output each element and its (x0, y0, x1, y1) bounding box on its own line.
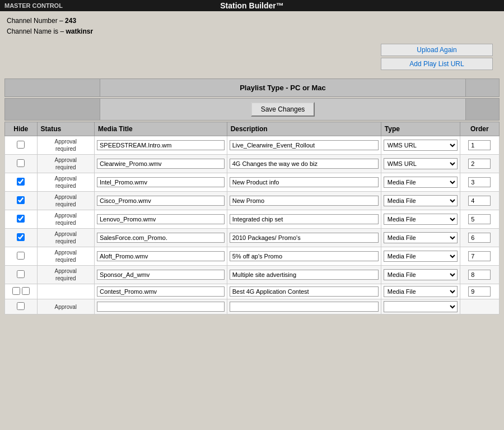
table-row: ApprovalrequiredWMS URLMedia FileFlashYo… (5, 136, 500, 155)
row-9-desc-input[interactable] (230, 302, 379, 312)
row-8-title-input[interactable] (97, 286, 225, 297)
row-1-desc-cell (227, 155, 381, 173)
upload-again-button[interactable]: Upload Again (381, 44, 493, 56)
playlist-type-title: Playlist Type - PC or Mac (100, 79, 465, 96)
row-8-order-cell (460, 284, 499, 299)
row-8-hide-checkbox-2[interactable] (22, 287, 30, 295)
table-row: ApprovalrequiredWMS URLMedia FileFlashYo… (5, 210, 500, 229)
row-6-desc-input[interactable] (230, 251, 379, 261)
row-5-order-input[interactable] (468, 233, 491, 243)
row-2-status: Approvalrequired (37, 173, 94, 192)
save-changes-button[interactable]: Save Changes (251, 102, 315, 117)
row-8-type-select[interactable]: WMS URLMedia FileFlashYouTube (384, 286, 458, 297)
row-4-type-select[interactable]: WMS URLMedia FileFlashYouTube (384, 214, 458, 225)
row-1-desc-input[interactable] (230, 159, 379, 169)
row-1-hide-checkbox[interactable] (17, 159, 25, 167)
row-3-hide-checkbox[interactable] (17, 196, 25, 204)
row-1-type-select[interactable]: WMS URLMedia FileFlashYouTube (384, 158, 458, 169)
header-order: Order (460, 122, 499, 136)
header-media-title: Media Title (94, 122, 227, 136)
channel-info: Channel Number – 243 Channel Name is – w… (0, 11, 504, 41)
row-8-hide-checkbox-1[interactable] (12, 287, 20, 295)
row-4-title-input[interactable] (97, 214, 225, 224)
header-description: Description (227, 122, 381, 136)
row-2-title-input[interactable] (97, 177, 225, 187)
header-left-spacer (5, 79, 100, 96)
row-2-hide-cell (5, 173, 38, 192)
row-3-desc-input[interactable] (230, 196, 379, 206)
add-playlist-url-button[interactable]: Add Play List URL (381, 58, 493, 70)
header-hide: Hide (5, 122, 38, 136)
row-1-order-input[interactable] (468, 159, 491, 169)
row-0-type-cell: WMS URLMedia FileFlashYouTube (381, 136, 460, 155)
row-0-hide-checkbox[interactable] (17, 141, 25, 149)
row-2-desc-input[interactable] (230, 177, 379, 187)
save-row: Save Changes (4, 98, 500, 121)
table-row: WMS URLMedia FileFlashYouTube (5, 284, 500, 299)
row-8-order-input[interactable] (468, 286, 491, 297)
row-3-title-input[interactable] (97, 196, 225, 206)
main-content: Playlist Type - PC or Mac Save Changes H… (0, 76, 504, 317)
row-1-title-input[interactable] (97, 159, 225, 169)
master-control-label: MASTER CONTROL (4, 2, 63, 9)
row-0-type-select[interactable]: WMS URLMedia FileFlashYouTube (384, 140, 458, 151)
row-3-type-cell: WMS URLMedia FileFlashYouTube (381, 192, 460, 210)
row-7-title-input[interactable] (97, 270, 225, 280)
row-2-order-input[interactable] (468, 177, 491, 187)
row-5-type-select[interactable]: WMS URLMedia FileFlashYouTube (384, 232, 458, 243)
row-0-order-input[interactable] (468, 140, 491, 150)
row-7-hide-checkbox[interactable] (17, 270, 25, 278)
channel-name-line: Channel Name is – watkinsr (7, 26, 497, 37)
title-bar: MASTER CONTROL Station Builder™ (0, 0, 504, 11)
row-9-type-select[interactable] (384, 301, 458, 312)
table-row: Approval (5, 299, 500, 315)
row-0-desc-input[interactable] (230, 140, 379, 150)
row-8-status (37, 284, 94, 299)
row-8-desc-input[interactable] (230, 286, 379, 297)
header-status: Status (37, 122, 94, 136)
row-8-type-cell: WMS URLMedia FileFlashYouTube (381, 284, 460, 299)
row-7-order-input[interactable] (468, 270, 491, 280)
row-2-hide-checkbox[interactable] (17, 178, 25, 186)
row-5-title-input[interactable] (97, 233, 225, 243)
row-7-desc-input[interactable] (230, 270, 379, 280)
channel-number-line: Channel Number – 243 (7, 16, 497, 26)
row-6-desc-cell (227, 247, 381, 266)
row-5-order-cell (460, 229, 499, 247)
row-9-title-input[interactable] (97, 302, 225, 312)
row-2-order-cell (460, 173, 499, 192)
table-row: ApprovalrequiredWMS URLMedia FileFlashYo… (5, 266, 500, 284)
playlist-type-header: Playlist Type - PC or Mac (4, 78, 500, 97)
row-4-hide-checkbox[interactable] (17, 215, 25, 223)
app: MASTER CONTROL Station Builder™ Channel … (0, 0, 504, 317)
row-0-title-cell (94, 136, 227, 155)
row-6-order-cell (460, 247, 499, 266)
row-6-title-input[interactable] (97, 251, 225, 261)
row-0-hide-cell (5, 136, 38, 155)
row-0-title-input[interactable] (97, 140, 225, 150)
row-4-title-cell (94, 210, 227, 229)
row-6-hide-checkbox[interactable] (17, 252, 25, 260)
row-7-type-select[interactable]: WMS URLMedia FileFlashYouTube (384, 269, 458, 280)
row-4-hide-cell (5, 210, 38, 229)
row-3-title-cell (94, 192, 227, 210)
row-5-desc-cell (227, 229, 381, 247)
row-2-type-select[interactable]: WMS URLMedia FileFlashYouTube (384, 177, 458, 188)
channel-number: 243 (65, 17, 76, 25)
row-2-title-cell (94, 173, 227, 192)
save-center: Save Changes (100, 99, 465, 120)
row-5-hide-checkbox[interactable] (17, 233, 25, 241)
row-3-hide-cell (5, 192, 38, 210)
row-7-status: Approvalrequired (37, 266, 94, 284)
row-6-order-input[interactable] (468, 251, 491, 261)
row-3-order-input[interactable] (468, 196, 491, 206)
row-3-type-select[interactable]: WMS URLMedia FileFlashYouTube (384, 195, 458, 206)
row-5-desc-input[interactable] (230, 233, 379, 243)
row-4-order-input[interactable] (468, 214, 491, 224)
upload-area: Upload Again Add Play List URL (0, 41, 504, 76)
row-9-hide-checkbox[interactable] (17, 302, 25, 310)
channel-number-label: Channel Number – (7, 17, 63, 25)
row-6-status: Approvalrequired (37, 247, 94, 266)
row-4-desc-input[interactable] (230, 214, 379, 224)
row-6-type-select[interactable]: WMS URLMedia FileFlashYouTube (384, 251, 458, 262)
